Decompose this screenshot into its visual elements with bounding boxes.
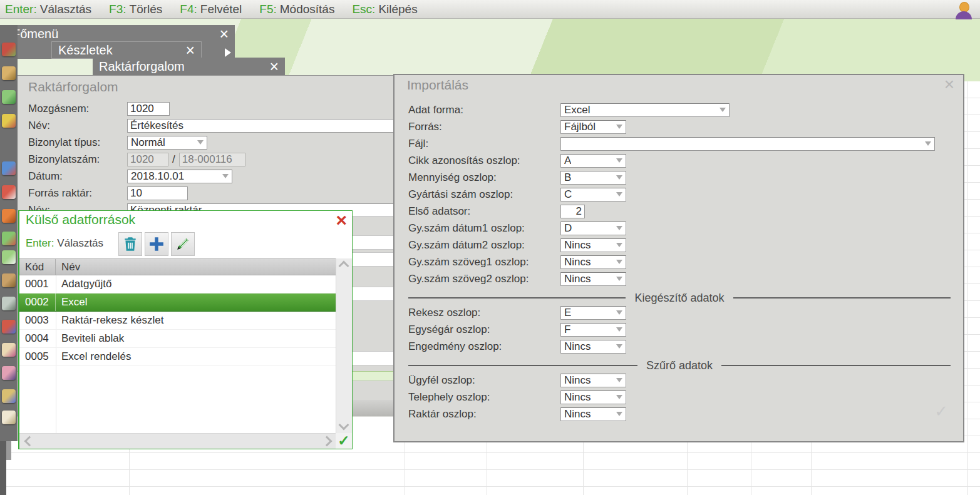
dropdown-cikk-azonositas-oszlop[interactable]: A	[560, 154, 626, 168]
parcel-icon[interactable]	[2, 273, 16, 287]
add-button[interactable]	[145, 232, 168, 256]
chevron-down-icon	[616, 226, 622, 230]
dropdown-datum[interactable]: 2018.10.01	[127, 170, 232, 183]
blocks-icon[interactable]	[2, 161, 16, 175]
input-forras-raktar[interactable]: 10	[127, 186, 188, 200]
import-fields: Adat forma:ExcelForrás:FájlbólFájl:Cikk …	[408, 101, 951, 422]
chevron-down-icon	[616, 327, 622, 332]
form-row: Mennyiség oszlop:B	[408, 169, 951, 186]
dropdown-gyszam-datum1-oszlop[interactable]: D	[560, 222, 626, 235]
fomenu-close-icon[interactable]: ×	[219, 26, 229, 42]
menu-item[interactable]: Enter:Választás	[5, 3, 91, 16]
dropdown-value: Fájlból	[564, 121, 596, 133]
dropdown-egysegar-oszlop[interactable]: F	[560, 323, 626, 337]
dropdown-adat-forma[interactable]: Excel	[560, 103, 730, 117]
bar-chart-icon[interactable]	[2, 232, 16, 245]
field-label: Bizonylatszám:	[28, 153, 127, 166]
dropdown-gyszam-szoveg1-oszlop[interactable]: Nincs	[560, 255, 626, 269]
input-mozgasnem[interactable]: 1020	[127, 102, 170, 116]
book-icon[interactable]	[2, 209, 16, 223]
field-label: Gy.szám szöveg2 oszlop:	[408, 273, 560, 285]
menu-item[interactable]: Esc:Kilépés	[352, 3, 417, 16]
table-row[interactable]: 0003Raktár-rekesz készlet	[19, 312, 337, 330]
field-label: Gy.szám szöveg1 oszlop:	[408, 256, 560, 268]
field-label: Forrás:	[408, 121, 560, 133]
menu-item[interactable]: F3:Törlés	[109, 3, 162, 16]
cell-nev: Excel rendelés	[56, 350, 132, 363]
keszletek-close-icon[interactable]: ×	[185, 43, 195, 58]
basket-icon[interactable]	[2, 43, 16, 56]
edit-button[interactable]	[171, 232, 195, 256]
dropdown-gyszam-datum2-oszlop[interactable]: Nincs	[560, 238, 626, 252]
keszletek-title-bar[interactable]: Készletek ×	[51, 41, 202, 59]
confirm-check-faint-icon[interactable]: ✓	[934, 402, 948, 421]
dropdown-ugyfel-oszlop[interactable]: Nincs	[560, 374, 626, 387]
menu-label: Módosítás	[280, 3, 335, 16]
avatar-body	[956, 11, 972, 19]
fomenu-title: Főmenü	[13, 27, 58, 41]
form-row: Forrás raktár:10	[28, 185, 393, 202]
menu-shortcuts: Enter:VálasztásF3:TörlésF4:FelvételF5:Mó…	[5, 3, 418, 16]
table-row[interactable]: 0004Beviteli ablak	[19, 330, 337, 348]
house-icon[interactable]	[2, 320, 16, 334]
dropdown-value: Nincs	[564, 256, 591, 268]
person-chart-icon[interactable]	[2, 366, 16, 380]
dropdown-raktar-oszlop[interactable]: Nincs	[560, 407, 626, 421]
folder-icon[interactable]	[2, 389, 16, 403]
confirm-check-icon[interactable]: ✓	[336, 433, 352, 449]
dropdown-value: Normál	[131, 136, 165, 149]
field-label: Rekesz oszlop:	[408, 307, 560, 319]
horizontal-scrollbar[interactable]	[19, 433, 337, 449]
fomenu-title-bar[interactable]: Főmenü ×	[6, 25, 235, 43]
document-icon[interactable]	[2, 250, 16, 264]
input-bizonylatszam-1: 1020	[127, 153, 168, 166]
coins-icon[interactable]	[2, 114, 16, 128]
dropdown-rekesz-oszlop[interactable]: E	[560, 306, 626, 320]
menu-item[interactable]: F4:Felvétel	[180, 3, 242, 16]
input-elso-adatsor[interactable]: 2	[560, 205, 585, 218]
column-header-kod[interactable]: Kód	[19, 259, 56, 275]
raktarforgalom-close-icon[interactable]: ×	[269, 59, 279, 74]
close-icon[interactable]: ×	[336, 210, 347, 230]
scroll-down-button[interactable]	[336, 419, 351, 434]
column-header-nev[interactable]: Név	[56, 261, 80, 273]
table-row[interactable]: 0005Excel rendelés	[19, 348, 337, 366]
plant-icon[interactable]	[2, 90, 16, 104]
toolbar-label: Választás	[57, 237, 103, 249]
dropdown-engedmeny-oszlop[interactable]: Nincs	[560, 340, 626, 354]
external-datasources-dialog: Külső adatforrások × Enter:Választás Kód…	[18, 210, 353, 449]
dropdown-forras[interactable]: Fájlból	[560, 120, 626, 134]
dropdown-gyartasi-szam-oszlop[interactable]: C	[560, 188, 626, 202]
menu-item[interactable]: F5:Módosítás	[259, 3, 334, 16]
vertical-scrollbar[interactable]	[336, 258, 352, 434]
dropdown-bizonylat-tipus[interactable]: Normál	[127, 136, 207, 150]
close-icon[interactable]: ×	[944, 75, 954, 94]
separator-line	[408, 365, 637, 366]
chevron-down-icon	[616, 158, 622, 163]
field-label: Raktár oszlop:	[408, 408, 560, 421]
form-row: Gy.szám szöveg2 oszlop:Nincs	[408, 270, 951, 287]
raktarforgalom-title-bar[interactable]: Raktárforgalom ×	[93, 58, 285, 75]
scroll-up-button[interactable]	[336, 258, 351, 273]
printer-icon[interactable]	[2, 297, 16, 310]
note-icon[interactable]	[2, 411, 16, 424]
user-avatar[interactable]	[955, 1, 972, 19]
table-row[interactable]: 0001Adatgyűjtő	[19, 275, 337, 293]
dropdown-fajl[interactable]	[560, 137, 935, 151]
table-row[interactable]: 0002Excel	[19, 293, 337, 312]
scroll-right-button[interactable]	[321, 434, 336, 449]
dropdown-gyszam-szoveg2-oszlop[interactable]: Nincs	[560, 272, 626, 286]
pencil-icon	[175, 236, 191, 252]
scroll-left-button[interactable]	[21, 434, 36, 449]
dropdown-telephely-oszlop[interactable]: Nincs	[560, 390, 626, 404]
menu-label: Választás	[40, 3, 91, 16]
delete-button[interactable]	[118, 232, 142, 256]
package-icon[interactable]	[2, 66, 16, 80]
input-nev[interactable]: Értékesítés	[127, 119, 393, 133]
field-label: Ügyfél oszlop:	[408, 374, 560, 387]
dropdown-mennyiseg-oszlop[interactable]: B	[560, 171, 626, 185]
mail-icon[interactable]	[2, 343, 16, 357]
section-separator: Szűrő adatok	[408, 359, 951, 372]
chevron-up-icon	[339, 261, 349, 272]
paint-box-icon[interactable]	[2, 185, 16, 199]
